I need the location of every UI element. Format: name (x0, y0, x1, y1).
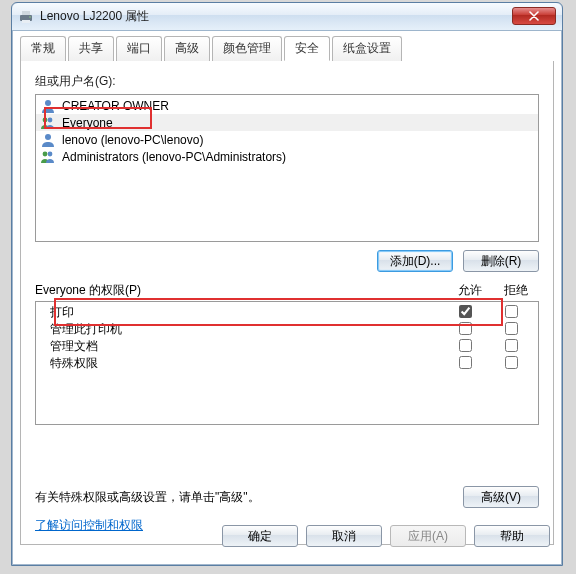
advanced-button[interactable]: 高级(V) (463, 486, 539, 508)
tab-0[interactable]: 常规 (20, 36, 66, 61)
tab-1[interactable]: 共享 (68, 36, 114, 61)
dialog-body: 常规共享端口高级颜色管理安全纸盒设置 组或用户名(G): CREATOR OWN… (12, 31, 562, 553)
group-name: Administrators (lenovo-PC\Administrators… (62, 150, 286, 164)
close-button[interactable] (512, 7, 556, 25)
help-button[interactable]: 帮助 (474, 525, 550, 547)
groups-label: 组或用户名(G): (35, 73, 539, 90)
permission-row: 打印 (36, 304, 538, 321)
cancel-button[interactable]: 取消 (306, 525, 382, 547)
group-row[interactable]: lenovo (lenovo-PC\lenovo) (36, 131, 538, 148)
permission-row: 管理文档 (36, 338, 538, 355)
apply-button: 应用(A) (390, 525, 466, 547)
permission-name: 特殊权限 (40, 355, 442, 372)
svg-point-9 (48, 151, 53, 156)
group-name: lenovo (lenovo-PC\lenovo) (62, 133, 203, 147)
tab-4[interactable]: 颜色管理 (212, 36, 282, 61)
window-title: Lenovo LJ2200 属性 (40, 8, 149, 25)
printer-icon (18, 9, 34, 25)
group-icon (40, 115, 56, 131)
permission-name: 管理文档 (40, 338, 442, 355)
svg-point-5 (43, 117, 48, 122)
group-row[interactable]: Everyone (36, 114, 538, 131)
allow-checkbox[interactable] (459, 305, 472, 318)
deny-checkbox[interactable] (505, 356, 518, 369)
allow-column-header: 允许 (447, 282, 493, 299)
svg-point-6 (48, 117, 53, 122)
tab-5[interactable]: 安全 (284, 36, 330, 61)
permissions-header: Everyone 的权限(P) 允许 拒绝 (35, 282, 539, 299)
tab-bar: 常规共享端口高级颜色管理安全纸盒设置 (20, 36, 554, 62)
allow-checkbox[interactable] (459, 322, 472, 335)
svg-point-8 (43, 151, 48, 156)
user-icon (40, 132, 56, 148)
permission-name: 管理此打印机 (40, 321, 442, 338)
learn-link[interactable]: 了解访问控制和权限 (35, 517, 143, 534)
tab-2[interactable]: 端口 (116, 36, 162, 61)
ok-button[interactable]: 确定 (222, 525, 298, 547)
tab-6[interactable]: 纸盒设置 (332, 36, 402, 61)
deny-checkbox[interactable] (505, 305, 518, 318)
properties-dialog: Lenovo LJ2200 属性 常规共享端口高级颜色管理安全纸盒设置 组或用户… (11, 2, 563, 566)
group-row[interactable]: CREATOR OWNER (36, 97, 538, 114)
allow-checkbox[interactable] (459, 339, 472, 352)
tab-3[interactable]: 高级 (164, 36, 210, 61)
permission-row: 管理此打印机 (36, 321, 538, 338)
groups-listbox[interactable]: CREATOR OWNEREveryonelenovo (lenovo-PC\l… (35, 94, 539, 242)
group-row[interactable]: Administrators (lenovo-PC\Administrators… (36, 148, 538, 165)
svg-point-7 (45, 134, 51, 140)
security-tab-page: 组或用户名(G): CREATOR OWNEREveryonelenovo (l… (20, 61, 554, 545)
dialog-buttons: 确定 取消 应用(A) 帮助 (222, 525, 550, 547)
permissions-listbox: 打印管理此打印机管理文档特殊权限 (35, 301, 539, 425)
permission-name: 打印 (40, 304, 442, 321)
close-icon (529, 11, 539, 21)
deny-checkbox[interactable] (505, 322, 518, 335)
svg-point-4 (45, 100, 51, 106)
group-name: Everyone (62, 116, 113, 130)
svg-rect-2 (22, 20, 30, 23)
group-icon (40, 149, 56, 165)
user-icon (40, 98, 56, 114)
titlebar[interactable]: Lenovo LJ2200 属性 (12, 3, 562, 31)
permissions-label: Everyone 的权限(P) (35, 282, 447, 299)
add-button[interactable]: 添加(D)... (377, 250, 453, 272)
deny-column-header: 拒绝 (493, 282, 539, 299)
allow-checkbox[interactable] (459, 356, 472, 369)
permission-row: 特殊权限 (36, 355, 538, 372)
deny-checkbox[interactable] (505, 339, 518, 352)
advanced-text: 有关特殊权限或高级设置，请单击"高级"。 (35, 489, 260, 506)
remove-button[interactable]: 删除(R) (463, 250, 539, 272)
svg-rect-1 (22, 11, 30, 15)
group-name: CREATOR OWNER (62, 99, 169, 113)
svg-point-3 (29, 16, 31, 18)
